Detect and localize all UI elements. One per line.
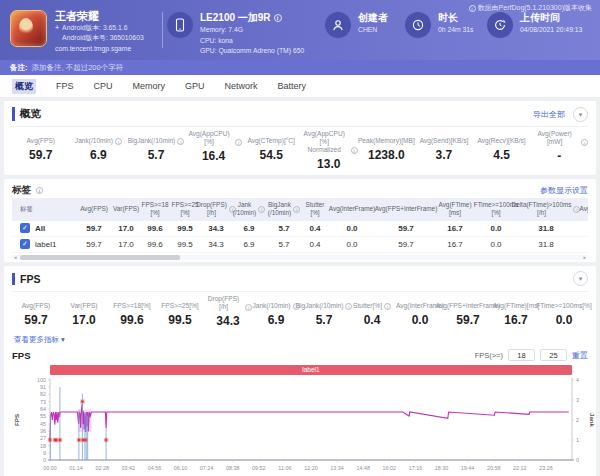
- info-icon[interactable]: i: [245, 304, 252, 311]
- fps-card: FPS ▾ Avg(FPS)59.7Var(FPS)17.0FPS>=18[%]…: [4, 266, 596, 476]
- stat-label: Jank(/10min)i: [252, 295, 300, 310]
- stat-Drop(FPS)[/h]: Drop(FPS)[/h]i34.3: [204, 295, 252, 328]
- overview-title: 概览: [12, 107, 41, 121]
- tab-Battery[interactable]: Battery: [278, 81, 307, 91]
- svg-text:23:26: 23:26: [539, 465, 553, 471]
- info-icon[interactable]: i: [235, 139, 242, 146]
- svg-text:Jank: Jank: [589, 412, 596, 427]
- cell-value: 16.7: [436, 224, 474, 233]
- horizontal-scrollbar[interactable]: ◂ ▸: [12, 255, 588, 260]
- section-tabs: 概览FPSCPUMemoryGPUNetworkBattery: [0, 75, 600, 98]
- stat-label: BigJank(/10min)i: [127, 130, 185, 145]
- tab-FPS[interactable]: FPS: [56, 81, 74, 91]
- column-header: Avg(FPS): [76, 205, 112, 213]
- fps-chart[interactable]: 091827364555647382911000123400:0001:1402…: [12, 376, 588, 476]
- info-icon[interactable]: i: [258, 206, 265, 213]
- svg-text:64: 64: [40, 405, 46, 411]
- column-header: Avg(FTime) [ms]: [436, 201, 474, 217]
- info-icon[interactable]: i: [177, 138, 184, 145]
- info-icon[interactable]: i: [36, 187, 43, 194]
- stat-Var(FPS): Var(FPS)17.0: [60, 295, 108, 328]
- cell-value: 0.0: [328, 224, 376, 233]
- tab-Memory[interactable]: Memory: [133, 81, 166, 91]
- row-checkbox[interactable]: ✓: [20, 239, 30, 249]
- tab-Network[interactable]: Network: [225, 81, 258, 91]
- svg-text:08:38: 08:38: [226, 465, 240, 471]
- stat-label: Avg(FPS+InterFrame): [444, 295, 492, 310]
- svg-text:17:16: 17:16: [409, 465, 423, 471]
- column-header: Avg(InterFrame): [328, 205, 376, 213]
- cell-value: 16.7: [436, 240, 474, 249]
- tab-CPU[interactable]: CPU: [94, 81, 113, 91]
- note-bar[interactable]: 备注:添加备注, 不超过200个字符: [0, 60, 600, 75]
- info-icon[interactable]: i: [581, 139, 588, 146]
- info-icon[interactable]: i: [293, 206, 300, 213]
- divider: [12, 291, 588, 292]
- info-icon[interactable]: i: [115, 138, 122, 145]
- reset-link[interactable]: 重置: [572, 350, 588, 361]
- tab-概览[interactable]: 概览: [12, 79, 36, 94]
- column-header: Jank (/10min)i: [232, 201, 266, 217]
- cell-value: 99.6: [140, 224, 170, 233]
- cell-value: 99.6: [140, 240, 170, 249]
- stat-Peak(Memory)[MB]: Peak(Memory)[MB]1238.0: [358, 130, 416, 171]
- stat-Jank(/10min): Jank(/10min)i6.9: [70, 130, 128, 171]
- info-icon[interactable]: i: [351, 147, 358, 154]
- stat-label: Drop(FPS)[/h]i: [204, 295, 252, 311]
- chart-label1-legend[interactable]: label1: [50, 365, 572, 375]
- stat-label: Avg(AppCPU)[%] Normalizedi: [300, 130, 358, 154]
- device-name: LE2100 一加9R: [200, 12, 271, 24]
- note-label: 备注:: [10, 63, 28, 72]
- svg-text:1: 1: [576, 437, 579, 443]
- cell-value: 6.9: [232, 240, 266, 249]
- stat-value: 4.5: [473, 148, 531, 162]
- collect-note: i 数据由PerfDog(5.1.210300)版本收集: [469, 3, 592, 13]
- more-metrics-link[interactable]: 查看更多指标 ▾: [14, 335, 65, 345]
- threshold-input-low[interactable]: 18: [508, 349, 535, 361]
- svg-text:14:48: 14:48: [356, 465, 370, 471]
- stat-FTime>=100ms[%]: FTime>=100ms[%]0.0: [540, 295, 588, 328]
- overview-card: 概览 导出全部 ▾ Avg(FPS)59.7Jank(/10min)i6.9Bi…: [4, 101, 596, 175]
- svg-text:02:28: 02:28: [95, 465, 109, 471]
- stat-Avg(FTime)[ms]: Avg(FTime)[ms]16.7: [492, 295, 540, 328]
- cell-value: 0.4: [302, 240, 328, 249]
- stat-Avg(AppCPU)[%]: Avg(AppCPU)[%]i16.4: [185, 130, 243, 171]
- svg-text:36: 36: [40, 428, 46, 434]
- stat-Jank(/10min): Jank(/10min)i6.9: [252, 295, 300, 328]
- row-checkbox[interactable]: ✓: [20, 223, 30, 233]
- info-icon[interactable]: i: [384, 303, 391, 310]
- stat-Avg(Power)[mW]: Avg(Power)[mW]i-: [530, 130, 588, 171]
- threshold-input-high[interactable]: 25: [540, 349, 567, 361]
- device-info-icon[interactable]: i: [274, 14, 282, 22]
- svg-text:18: 18: [40, 442, 46, 448]
- upload-time-icon: [487, 12, 513, 38]
- note-placeholder: 添加备注, 不超过200个字符: [32, 63, 124, 72]
- tab-GPU[interactable]: GPU: [185, 81, 205, 91]
- stat-value: 59.7: [12, 148, 70, 162]
- scroll-left-icon[interactable]: ◂: [14, 255, 17, 260]
- stat-label: Stutter[%]i: [348, 295, 396, 310]
- stat-value: 1238.0: [358, 148, 416, 162]
- export-all-link[interactable]: 导出全部: [533, 109, 565, 120]
- svg-text:22:12: 22:12: [513, 465, 527, 471]
- header-divider: [162, 12, 163, 48]
- cell-value: 0.0: [328, 240, 376, 249]
- scrollbar-thumb[interactable]: [20, 255, 180, 260]
- stat-Avg(FPS): Avg(FPS)59.7: [12, 130, 70, 171]
- app-build: Android版本号: 365010603: [62, 34, 144, 41]
- display-settings-link[interactable]: 参数显示设置: [540, 185, 588, 196]
- stat-value: 5.7: [300, 313, 348, 327]
- labels-card: 标签i 参数显示设置 标签Avg(FPS)Var(FPS)FPS>=18 [%]…: [4, 179, 596, 262]
- fps-collapse-button[interactable]: ▾: [573, 271, 588, 286]
- row-label: All: [35, 224, 45, 233]
- svg-text:11:06: 11:06: [278, 465, 291, 471]
- cell-value: 59.7: [376, 224, 436, 233]
- stat-FPS>=18[%]: FPS>=18[%]99.6: [108, 295, 156, 328]
- overview-collapse-button[interactable]: ▾: [573, 107, 588, 122]
- threshold-label: FPS(>=): [475, 351, 503, 360]
- svg-text:04:56: 04:56: [148, 465, 162, 471]
- stat-Avg(Recv)[KB/s]: Avg(Recv)[KB/s]4.5: [473, 130, 531, 171]
- svg-text:82: 82: [40, 391, 46, 397]
- scroll-right-icon[interactable]: ▸: [583, 255, 586, 260]
- stat-label: Avg(AppCPU)[%]i: [185, 130, 243, 146]
